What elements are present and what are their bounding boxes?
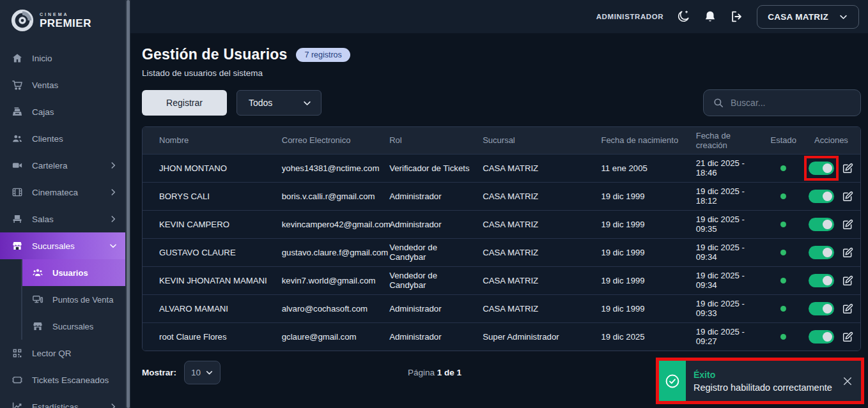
cell-birthdate: 19 dic 1999 [594, 294, 689, 322]
sidebar-item-tickets-escaneados[interactable]: Tickets Escaneados [0, 366, 125, 393]
edit-icon[interactable] [842, 303, 854, 315]
page-subtitle: Listado de usuarios del sistema [142, 68, 861, 78]
filter-dropdown-value: Todos [249, 98, 272, 108]
show-label: Mostrar: [142, 368, 176, 377]
submenu-guide-line [21, 259, 22, 340]
status-toggle[interactable] [809, 246, 834, 259]
edit-icon[interactable] [842, 218, 854, 230]
cinema-premier-logo-icon [10, 8, 35, 33]
table-row: BORYS CALIboris.v.calli.r@gmail.comAdmin… [143, 182, 860, 210]
table-row: ALVARO MAMANIalvaro@cochasoft.comAdminis… [143, 294, 860, 322]
sidebar-item-salas[interactable]: Salas [0, 206, 125, 232]
search-input[interactable] [731, 98, 851, 108]
cell-branch: Super Administrador [476, 322, 594, 351]
cell-birthdate: 19 dic 1999 [594, 210, 689, 238]
chevron-down-icon [109, 241, 118, 250]
sidebar-item-label: Usuarios [52, 268, 88, 278]
cell-branch: CASA MATRIZ [476, 266, 594, 294]
cell-name: ALVARO MAMANI [143, 294, 275, 322]
sidebar-item-clientes[interactable]: Clientes [0, 125, 125, 152]
column-header-acciones: Acciones [802, 127, 860, 154]
sidebar-item-cinemateca[interactable]: Cinemateca [0, 179, 125, 206]
cell-actions [802, 238, 860, 266]
sidebar-item-estadisticas[interactable]: Estadísticas [0, 393, 125, 408]
filter-dropdown[interactable]: Todos [236, 90, 322, 116]
toast-title: Éxito [694, 370, 834, 380]
cell-status [764, 182, 802, 210]
toast-close-icon[interactable] [842, 375, 853, 387]
cell-created: 19 dic 2025 - 09:35 [690, 210, 764, 238]
cell-role: Administrador [383, 322, 476, 351]
cell-status [764, 266, 802, 294]
pos-monitor-icon [32, 294, 43, 305]
status-toggle[interactable] [809, 330, 834, 344]
cell-actions [802, 294, 860, 322]
cell-status [764, 154, 802, 182]
status-toggle[interactable] [809, 302, 834, 315]
records-count-badge: 7 registros [296, 48, 350, 62]
dark-mode-moon-icon[interactable] [676, 10, 690, 24]
users-table: NombreCorreo ElectronicoRolSucursalFecha… [143, 127, 860, 351]
cell-name: BORYS CALI [143, 182, 275, 210]
annotation-box [809, 162, 834, 175]
chevron-down-icon [839, 12, 848, 22]
sidebar-item-label: Cinemateca [32, 188, 78, 197]
status-toggle[interactable] [809, 162, 834, 175]
edit-icon[interactable] [842, 190, 854, 202]
cell-actions [802, 210, 860, 238]
register-button[interactable]: Registrar [142, 90, 227, 116]
cash-register-icon [12, 106, 23, 117]
status-dot [780, 222, 786, 227]
sidebar-item-cajas[interactable]: Cajas [0, 98, 125, 125]
logout-icon[interactable] [730, 10, 744, 24]
status-dot [780, 334, 786, 340]
toggle-knob [823, 304, 832, 314]
cell-name: root Claure Flores [143, 322, 275, 351]
cell-created: 19 dic 2025 - 09:34 [690, 238, 764, 266]
page-size-value: 10 [191, 368, 201, 377]
sidebar-scrollbar[interactable] [127, 0, 130, 408]
table-row: root Claure Floresgclaure@gmail.comAdmin… [143, 322, 860, 351]
sidebar-item-puntos-de-venta[interactable]: Puntos de Venta [22, 286, 125, 313]
sidebar-item-sucursales[interactable]: Sucursales [22, 313, 125, 340]
cell-birthdate: 19 dic 1999 [594, 238, 689, 266]
status-toggle[interactable] [809, 190, 834, 203]
edit-icon[interactable] [842, 246, 854, 259]
cell-actions [802, 266, 860, 294]
cell-status [764, 210, 802, 238]
sidebar-item-usuarios[interactable]: Usuarios [22, 259, 125, 286]
sidebar-item-ventas[interactable]: Ventas [0, 72, 125, 98]
edit-icon[interactable] [842, 331, 854, 343]
sidebar-item-cartelera[interactable]: Cartelera [0, 152, 125, 179]
users-icon [32, 267, 43, 278]
branch-selector-value: CASA MATRIZ [768, 12, 828, 22]
cell-role: Administrador [383, 210, 476, 238]
qr-code-icon [12, 347, 23, 359]
table-row: KEVIN JHONATAN MAMANIkevin7.world@gmail.… [143, 266, 860, 294]
status-toggle[interactable] [809, 218, 834, 231]
page-size-dropdown[interactable]: 10 [184, 361, 221, 384]
cell-created: 21 dic 2025 - 18:46 [690, 154, 764, 182]
chevron-right-icon [109, 215, 118, 223]
video-camera-icon [12, 160, 23, 171]
sidebar-item-sucursales[interactable]: Sucursales [0, 232, 125, 259]
cell-name: KEVIN CAMPERO [143, 210, 275, 238]
success-toast: Éxito Registro habilitado correctamente [656, 358, 864, 404]
cell-status [764, 322, 802, 351]
status-dot [780, 193, 786, 199]
notifications-bell-icon[interactable] [703, 10, 717, 24]
sidebar-item-inicio[interactable]: Inicio [0, 45, 125, 72]
edit-icon[interactable] [842, 162, 854, 174]
sidebar-item-lector-qr[interactable]: Lector QR [0, 340, 125, 366]
column-header-fecha-de-creacion: Fecha de creación [690, 127, 764, 154]
column-header-rol: Rol [383, 127, 476, 154]
branch-selector-button[interactable]: CASA MATRIZ [757, 5, 859, 29]
ticket-icon [12, 374, 23, 386]
edit-icon[interactable] [842, 275, 854, 287]
chevron-right-icon [109, 188, 118, 197]
sidebar-item-label: Lector QR [32, 349, 72, 358]
chevron-right-icon [109, 161, 118, 170]
cell-role: Vendedor de Candybar [383, 266, 476, 294]
cell-birthdate: 19 dic 1999 [594, 266, 689, 294]
status-toggle[interactable] [809, 274, 834, 287]
